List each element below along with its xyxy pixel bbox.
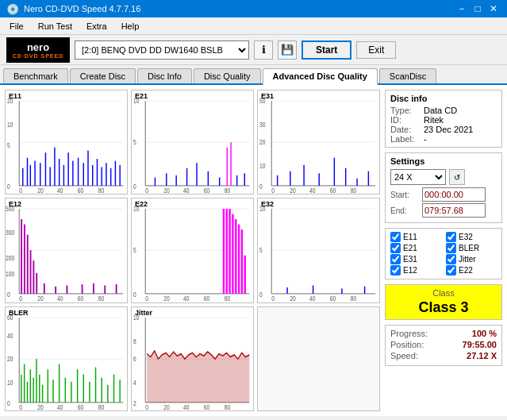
svg-text:2: 2 (133, 399, 136, 407)
checkbox-e12[interactable] (390, 265, 401, 276)
menu-extra[interactable]: Extra (80, 20, 113, 33)
speed-select[interactable]: 24 X 16 X 8 X 4 X Max (390, 169, 446, 185)
svg-rect-55 (219, 177, 220, 185)
svg-text:20: 20 (37, 187, 44, 194)
svg-text:40: 40 (183, 403, 190, 410)
svg-text:5: 5 (133, 246, 136, 254)
chart-jitter-title: Jitter (135, 309, 152, 317)
chart-e22: E22 10 5 0 0 20 40 60 80 (131, 198, 254, 302)
svg-text:4: 4 (133, 378, 136, 386)
start-button[interactable]: Start (302, 40, 351, 60)
start-time-input[interactable] (422, 187, 486, 202)
svg-text:40: 40 (309, 187, 316, 194)
svg-rect-54 (208, 171, 209, 186)
svg-rect-52 (186, 168, 187, 186)
svg-rect-59 (244, 173, 245, 186)
svg-rect-125 (226, 209, 228, 294)
svg-text:0: 0 (7, 399, 10, 407)
class-box: Class Class 3 (385, 284, 502, 320)
save-icon-btn[interactable]: 💾 (278, 40, 297, 60)
svg-text:20: 20 (37, 295, 44, 302)
drive-select[interactable]: [2:0] BENQ DVD DD DW1640 BSLB (75, 40, 249, 60)
svg-rect-102 (33, 261, 34, 295)
chart-bler-title: BLER (9, 309, 29, 317)
svg-rect-78 (319, 173, 320, 186)
svg-rect-82 (368, 171, 369, 186)
info-icon-btn[interactable]: ℹ (254, 40, 273, 60)
svg-rect-75 (277, 175, 278, 186)
svg-text:10: 10 (259, 162, 266, 170)
svg-rect-146 (313, 286, 313, 294)
chart-jitter: Jitter 10 8 6 4 2 0 20 40 60 80 (131, 306, 254, 411)
refresh-button[interactable]: ↺ (449, 169, 465, 185)
svg-rect-99 (24, 225, 25, 294)
disc-info-box: Disc info Type: Data CD ID: Ritek Date: … (385, 90, 502, 148)
svg-rect-51 (175, 175, 176, 186)
svg-rect-22 (59, 159, 60, 186)
close-button[interactable]: ✕ (486, 2, 501, 16)
checkbox-e22[interactable] (446, 265, 456, 276)
svg-text:0: 0 (133, 183, 136, 191)
svg-text:60: 60 (330, 187, 336, 194)
svg-rect-105 (55, 287, 56, 294)
svg-text:0: 0 (19, 403, 22, 410)
svg-text:60: 60 (78, 187, 84, 194)
tab-create-disc[interactable]: Create Disc (70, 68, 136, 83)
charts-area: E11 20 10 5 0 0 20 40 60 80 (5, 90, 380, 411)
menu-help[interactable]: Help (115, 20, 146, 33)
svg-rect-130 (241, 229, 243, 294)
svg-text:80: 80 (98, 187, 105, 194)
svg-marker-200 (147, 350, 249, 402)
menu-run-test[interactable]: Run Test (32, 20, 79, 33)
progress-value: 100 % (472, 329, 497, 338)
svg-text:20: 20 (7, 354, 13, 362)
tab-advanced-disc-quality[interactable]: Advanced Disc Quality (263, 68, 378, 85)
svg-text:60: 60 (204, 187, 210, 194)
tab-disc-quality[interactable]: Disc Quality (194, 68, 261, 83)
tab-disc-info[interactable]: Disc Info (137, 68, 192, 83)
tab-scandisc[interactable]: ScanDisc (379, 68, 436, 83)
menu-file[interactable]: File (3, 20, 30, 33)
svg-rect-30 (97, 159, 98, 186)
svg-rect-101 (30, 250, 32, 294)
checkbox-e11[interactable] (390, 232, 401, 242)
main-content: E11 20 10 5 0 0 20 40 60 80 (0, 85, 507, 416)
svg-rect-104 (44, 283, 45, 294)
svg-text:10: 10 (7, 378, 13, 386)
svg-rect-35 (119, 165, 120, 186)
maximize-button[interactable]: □ (471, 2, 485, 16)
svg-rect-50 (166, 173, 167, 186)
svg-text:0: 0 (7, 183, 10, 191)
exit-button[interactable]: Exit (356, 41, 396, 59)
checkbox-e31[interactable] (390, 254, 401, 264)
chart-e31-title: E31 (261, 92, 274, 100)
class-value: Class 3 (390, 299, 497, 316)
svg-text:20: 20 (163, 187, 170, 194)
chart-e22-title: E22 (135, 200, 148, 208)
svg-rect-170 (39, 374, 40, 402)
svg-text:200: 200 (6, 255, 15, 263)
svg-rect-109 (104, 286, 106, 294)
checkbox-e21[interactable] (390, 243, 401, 253)
checkbox-e12-label: E12 (403, 266, 417, 275)
checkbox-e32[interactable] (446, 232, 456, 242)
checkbox-bler[interactable] (446, 243, 456, 253)
svg-rect-34 (115, 161, 116, 186)
tab-benchmark[interactable]: Benchmark (3, 68, 68, 83)
minimize-button[interactable]: − (455, 2, 469, 16)
svg-text:5: 5 (7, 141, 10, 149)
svg-rect-171 (42, 384, 43, 402)
svg-text:40: 40 (57, 295, 63, 302)
svg-rect-26 (78, 158, 79, 186)
end-time-input[interactable] (422, 203, 486, 218)
svg-rect-182 (107, 384, 108, 402)
checkbox-jitter[interactable] (446, 254, 456, 264)
svg-rect-126 (229, 209, 230, 294)
checkbox-e21-label: E21 (403, 244, 417, 252)
svg-rect-58 (236, 175, 237, 186)
svg-text:0: 0 (271, 187, 275, 194)
checkbox-jitter-label: Jitter (459, 255, 476, 264)
chart-e11: E11 20 10 5 0 0 20 40 60 80 (5, 90, 128, 195)
checkbox-e32-label: E32 (459, 233, 473, 241)
svg-rect-29 (92, 165, 93, 186)
